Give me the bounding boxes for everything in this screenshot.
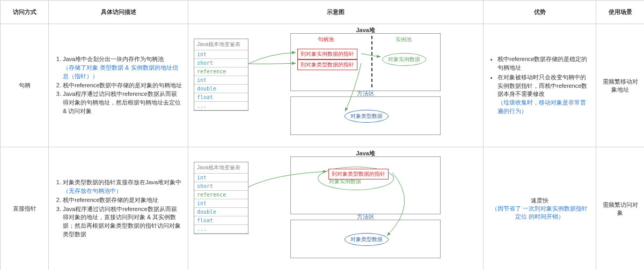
table-row: 句柄 Java堆中会划分出一块内存作为句柄池（存储了对象 类型数据 & 实例数据… <box>1 24 645 147</box>
row1-advantage: 栈中reference数据存储的是稳定的句柄地址 在对象被移动时只会改变句柄中的… <box>484 24 596 147</box>
desc-item: 栈中reference数据存储的是对象地址 <box>63 196 182 205</box>
adv-text: 在对象被移动时只会改变句柄中的实例数据指针，而栈中reference数据本身不需… <box>497 74 587 98</box>
arrows-svg <box>194 32 451 139</box>
adv-text: 速度快 <box>489 197 590 205</box>
col-advantage: 优势 <box>484 1 596 24</box>
adv-note: （垃圾收集时，移动对象是非常普遍的行为） <box>497 99 586 114</box>
desc-text: 对象类型数据的指针直接存放在Java堆对象中 <box>63 179 181 185</box>
row2-advantage: 速度快 （因节省了 一次到对象实例数据指针定位 的时间开销） <box>484 147 596 271</box>
comparison-table: 访问方式 具体访问描述 示意图 优势 使用场景 句柄 Java堆中会划分出一块内… <box>0 0 644 270</box>
row2-scene: 需频繁访问对象 <box>596 147 645 271</box>
row2-diagram: Java栈本地变量表 int short reference int doubl… <box>188 147 484 271</box>
row1-description: Java堆中会划分出一块内存作为句柄池（存储了对象 类型数据 & 实例数据的地址… <box>49 24 188 147</box>
row1-name: 句柄 <box>1 24 49 147</box>
desc-item: 对象类型数据的指针直接存放在Java堆对象中（无存放在句柄池中） <box>63 178 182 196</box>
adv-note: （因节省了 一次到对象实例数据指针定位 的时间开销） <box>489 205 590 221</box>
adv-item: 栈中reference数据存储的是稳定的句柄地址 <box>497 55 590 72</box>
desc-item: Java程序通过访问栈中reference数据从而获得对象的句柄地址，然后根据句… <box>63 90 182 116</box>
desc-text: Java堆中会划分出一块内存作为句柄池 <box>63 56 164 62</box>
desc-item: 栈中reference数据中存储的是对象的句柄地址 <box>63 81 182 90</box>
desc-note: （无存放在句柄池中） <box>63 188 122 194</box>
row1-diagram: Java栈本地变量表 int short reference int doubl… <box>188 24 484 147</box>
row2-description: 对象类型数据的指针直接存放在Java堆对象中（无存放在句柄池中） 栈中refer… <box>49 147 188 271</box>
desc-note: （存储了对象 类型数据 & 实例数据的地址信息（指针）） <box>63 64 178 79</box>
arrows-svg <box>194 155 451 262</box>
row1-scene: 需频繁移动对象地址 <box>596 24 645 147</box>
col-scenario: 使用场景 <box>596 1 645 24</box>
table-header-row: 访问方式 具体访问描述 示意图 优势 使用场景 <box>1 1 645 24</box>
col-access-method: 访问方式 <box>1 1 49 24</box>
desc-item: Java程序通过访问栈中reference数据从而获得对象的地址，直接访问到对象… <box>63 205 182 239</box>
adv-item: 在对象被移动时只会改变句柄中的实例数据指针，而栈中reference数据本身不需… <box>497 73 590 116</box>
col-description: 具体访问描述 <box>49 1 188 24</box>
table-row: 直接指针 对象类型数据的指针直接存放在Java堆对象中（无存放在句柄池中） 栈中… <box>1 147 645 271</box>
col-diagram: 示意图 <box>188 1 484 24</box>
desc-item: Java堆中会划分出一块内存作为句柄池（存储了对象 类型数据 & 实例数据的地址… <box>63 55 182 81</box>
row2-name: 直接指针 <box>1 147 49 271</box>
